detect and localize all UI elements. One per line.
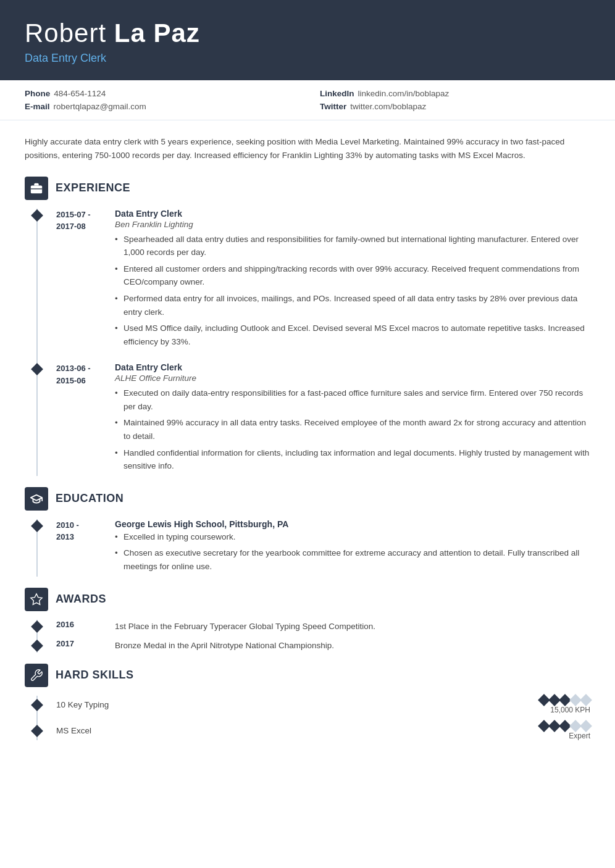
briefcase-svg: [30, 182, 43, 195]
twitter-value: twitter.com/boblapaz: [350, 102, 426, 111]
bullet-item: Used MS Office daily, including Outlook …: [115, 322, 590, 348]
education-header: EDUCATION: [25, 487, 590, 511]
skill-right-2: Expert: [540, 722, 590, 740]
job-content-1: Data Entry Clerk Ben Franklin Lighting S…: [115, 209, 590, 352]
awards-header: AWARDS: [25, 588, 590, 611]
bullet-item: Spearheaded all data entry duties and re…: [115, 233, 590, 259]
award-entry-2: 2017 Bronze Medal in the April Nitrotype…: [38, 639, 590, 653]
job-date-1: 2015-07 -2017-08: [56, 209, 115, 352]
skill-level-2: Expert: [569, 732, 590, 740]
hard-skills-section: HARD SKILLS 10 Key Typing 15,000 KPH: [25, 664, 590, 740]
job-title-1: Data Entry Clerk: [115, 209, 590, 219]
experience-section: EXPERIENCE 2015-07 -2017-08 Data Entry C…: [25, 177, 590, 476]
twitter-label: Twitter: [320, 102, 346, 111]
job-title-2: Data Entry Clerk: [115, 362, 590, 372]
bullet-item: Maintained 99% accuracy in all data entr…: [115, 416, 590, 443]
phone-value: 484-654-1124: [54, 89, 106, 98]
education-title: EDUCATION: [56, 492, 123, 505]
edu-date-1: 2010 -2013: [56, 519, 115, 577]
bullet-item: Entered all customer orders and shipping…: [115, 262, 590, 289]
svg-marker-2: [31, 593, 42, 604]
skill-dots-1: [540, 696, 590, 704]
awards-icon: [25, 588, 48, 611]
svg-rect-0: [31, 185, 42, 193]
dot-empty: [580, 694, 592, 706]
dot-empty: [580, 720, 592, 732]
linkedin-value: linkedin.com/in/boblapaz: [358, 89, 450, 98]
experience-title: EXPERIENCE: [56, 182, 130, 194]
bullet-item: Chosen as executive secretary for the ye…: [115, 546, 590, 573]
experience-icon: [25, 177, 48, 200]
job-title: Data Entry Clerk: [25, 52, 590, 65]
skill-entry-1: 10 Key Typing 15,000 KPH: [38, 696, 590, 714]
hard-skills-title: HARD SKILLS: [56, 669, 134, 682]
award-entry-1: 2016 1st Place in the February Typeracer…: [38, 620, 590, 633]
email-contact: E-mail robertqlapaz@gmail.com: [25, 102, 295, 111]
email-value: robertqlapaz@gmail.com: [54, 102, 146, 111]
bullet-item: Handled confidential information for cli…: [115, 446, 590, 473]
skill-dots-2: [540, 722, 590, 730]
education-section: EDUCATION 2010 -2013 George Lewis High S…: [25, 487, 590, 577]
email-label: E-mail: [25, 102, 50, 111]
award-desc-2: Bronze Medal in the April Nitrotype Nati…: [115, 639, 334, 653]
bullet-item: Executed on daily data-entry responsibil…: [115, 386, 590, 413]
job-company-1: Ben Franklin Lighting: [115, 220, 590, 229]
main-content: Highly accurate data entry clerk with 5 …: [0, 120, 615, 770]
education-timeline: 2010 -2013 George Lewis High School, Pit…: [36, 519, 590, 577]
resume-header: Robert La Paz Data Entry Clerk: [0, 0, 615, 80]
award-year-1: 2016: [56, 620, 115, 633]
skills-timeline: 10 Key Typing 15,000 KPH MS Excel: [36, 696, 590, 740]
skill-level-1: 15,000 KPH: [550, 706, 590, 714]
star-svg: [30, 593, 43, 606]
full-name: Robert La Paz: [25, 19, 590, 48]
job-bullets-2: Executed on daily data-entry responsibil…: [115, 386, 590, 473]
phone-contact: Phone 484-654-1124: [25, 89, 295, 98]
experience-header: EXPERIENCE: [25, 177, 590, 200]
awards-timeline: 2016 1st Place in the February Typeracer…: [36, 620, 590, 653]
skill-name-1: 10 Key Typing: [56, 700, 540, 709]
skill-entry-2: MS Excel Expert: [38, 722, 590, 740]
twitter-contact: Twitter twitter.com/boblapaz: [320, 102, 590, 111]
experience-timeline: 2015-07 -2017-08 Data Entry Clerk Ben Fr…: [36, 209, 590, 476]
bullet-item: Performed data entry for all invoices, m…: [115, 292, 590, 319]
hard-skills-header: HARD SKILLS: [25, 664, 590, 687]
skill-right-1: 15,000 KPH: [540, 696, 590, 714]
award-desc-1: 1st Place in the February Typeracer Glob…: [115, 620, 375, 633]
linkedin-label: LinkedIn: [320, 89, 354, 98]
job-company-2: ALHE Office Furniture: [115, 373, 590, 383]
graduation-svg: [30, 492, 43, 506]
linkedin-contact: LinkedIn linkedin.com/in/boblapaz: [320, 89, 590, 98]
skills-svg: [30, 669, 43, 682]
job-entry-2: 2013-06 -2015-06 Data Entry Clerk ALHE O…: [38, 362, 590, 476]
phone-label: Phone: [25, 89, 50, 98]
job-entry-1: 2015-07 -2017-08 Data Entry Clerk Ben Fr…: [38, 209, 590, 352]
edu-content-1: George Lewis High School, Pittsburgh, PA…: [115, 519, 590, 577]
awards-title: AWARDS: [56, 593, 106, 606]
awards-section: AWARDS 2016 1st Place in the February Ty…: [25, 588, 590, 653]
summary-text: Highly accurate data entry clerk with 5 …: [25, 133, 590, 163]
job-bullets-1: Spearheaded all data entry duties and re…: [115, 233, 590, 349]
last-name: La Paz: [114, 19, 200, 48]
contact-bar: Phone 484-654-1124 LinkedIn linkedin.com…: [0, 80, 615, 120]
education-icon: [25, 487, 48, 511]
edu-bullets: Excelled in typing coursework. Chosen as…: [115, 530, 590, 574]
first-name: Robert: [25, 19, 106, 48]
job-content-2: Data Entry Clerk ALHE Office Furniture E…: [115, 362, 590, 476]
award-year-2: 2017: [56, 639, 115, 653]
job-date-2: 2013-06 -2015-06: [56, 362, 115, 476]
bullet-item: Excelled in typing coursework.: [115, 530, 590, 544]
skill-name-2: MS Excel: [56, 726, 540, 735]
education-entry-1: 2010 -2013 George Lewis High School, Pit…: [38, 519, 590, 577]
school-name: George Lewis High School, Pittsburgh, PA: [115, 519, 590, 529]
hard-skills-icon: [25, 664, 48, 687]
